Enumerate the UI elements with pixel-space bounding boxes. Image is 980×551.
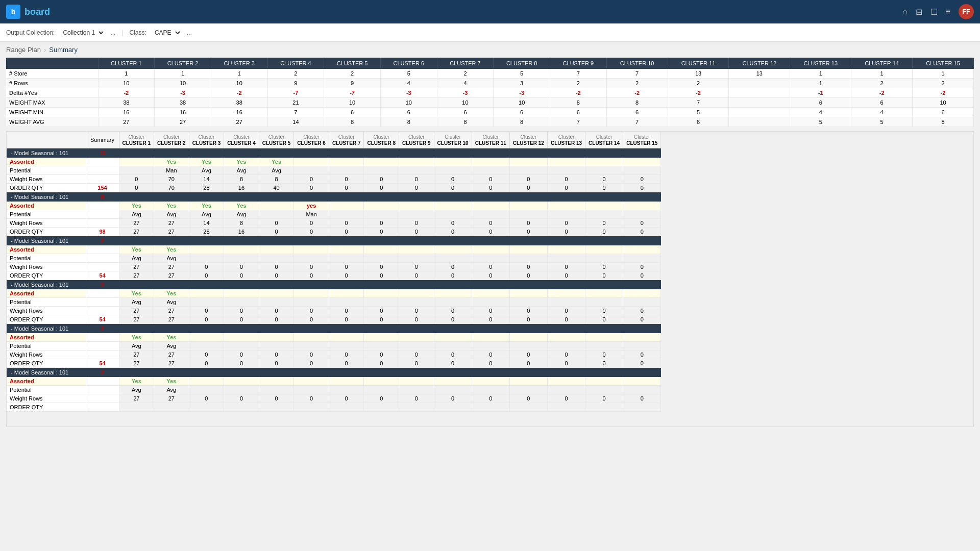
summary-cell-1: 1 xyxy=(155,69,211,79)
summary-cell-10: 13 xyxy=(668,69,729,79)
data-cell-10 xyxy=(472,342,509,350)
data-cell-7 xyxy=(364,210,399,219)
cluster-col-13: ClusterCLUSTER 13 xyxy=(547,132,585,148)
group-header-cell-14 xyxy=(623,324,661,334)
data-cell-11: 0 xyxy=(509,394,547,403)
data-cell-9: 0 xyxy=(434,350,472,359)
data-cell-6 xyxy=(329,210,364,219)
topbar-left: b board xyxy=(6,5,50,19)
menu-icon[interactable]: ≡ xyxy=(946,7,950,16)
data-cell-7: 0 xyxy=(364,359,399,368)
data-cell-9 xyxy=(434,333,472,342)
group-header-cell-11 xyxy=(509,280,547,290)
data-cell-2: Avg xyxy=(189,210,224,219)
data-cell-4 xyxy=(259,333,294,342)
data-cell-10 xyxy=(472,403,509,412)
collection-dots[interactable]: ... xyxy=(110,29,115,36)
group-summary-val: 10 xyxy=(86,148,119,158)
class-select[interactable]: CAPE xyxy=(151,28,182,38)
data-cell-6: 0 xyxy=(329,263,364,271)
group-header-cell-4 xyxy=(259,324,294,334)
data-cell-12 xyxy=(547,298,585,307)
data-cell-12: 0 xyxy=(547,359,585,368)
data-cell-9 xyxy=(434,166,472,175)
summary-cell-4: 9 xyxy=(324,79,381,88)
summary-row-label: WEIGHT MIN xyxy=(6,108,98,117)
data-cell-4: 0 xyxy=(259,315,294,324)
data-cell-6: 0 xyxy=(329,359,364,368)
data-cell-4: 0 xyxy=(259,350,294,359)
group-header-cell-8 xyxy=(399,324,434,334)
group-header-cell-2 xyxy=(189,280,224,290)
group-header-cell-5 xyxy=(294,148,329,158)
chat-icon[interactable]: ☐ xyxy=(930,7,938,17)
data-cell-12: 0 xyxy=(547,219,585,228)
data-cell-13: 0 xyxy=(585,394,623,403)
summary-cell-12: 6 xyxy=(790,98,851,108)
data-cell-5: 0 xyxy=(294,184,329,192)
main-grid: Summary ClusterCLUSTER 1ClusterCLUSTER 2… xyxy=(7,132,661,412)
data-cell-5 xyxy=(294,298,329,307)
group-summary-val: 2 xyxy=(86,324,119,334)
data-cell-3: 16 xyxy=(224,228,259,236)
data-cell-10: 0 xyxy=(472,184,509,192)
data-cell-12: 0 xyxy=(547,394,585,403)
cluster-col-3: ClusterCLUSTER 3 xyxy=(189,132,224,148)
summary-cell-5: -3 xyxy=(380,88,437,98)
data-cell-6: 0 xyxy=(329,394,364,403)
data-cell-11 xyxy=(509,158,547,166)
data-cell-14: 0 xyxy=(623,219,661,228)
home-icon[interactable]: ⌂ xyxy=(902,7,908,16)
data-cell-13: 0 xyxy=(585,350,623,359)
summary-cell-5: 8 xyxy=(380,117,437,127)
group-header-cell-1 xyxy=(154,236,189,246)
data-row-label: ORDER QTY xyxy=(7,403,86,412)
summary-cell-3: 9 xyxy=(267,79,324,88)
cluster-header-11: CLUSTER 11 xyxy=(668,58,729,69)
data-cell-6 xyxy=(329,333,364,342)
class-dots[interactable]: ... xyxy=(187,29,192,36)
data-cell-13 xyxy=(585,298,623,307)
data-cell-3: 0 xyxy=(224,263,259,271)
cluster-col-6: ClusterCLUSTER 6 xyxy=(294,132,329,148)
data-row-label: Potential xyxy=(7,166,86,175)
data-row: PotentialAvgAvg xyxy=(7,254,661,263)
summary-cell-7: 5 xyxy=(494,69,550,79)
data-cell-9: 0 xyxy=(434,359,472,368)
data-cell-12 xyxy=(547,245,585,254)
data-cell-7 xyxy=(364,254,399,263)
data-row-label: Weight Rows xyxy=(7,175,86,184)
data-row: PotentialAvgAvgAvgAvgMan xyxy=(7,210,661,219)
group-header-label: - Model Seasonal : 101 xyxy=(7,236,86,246)
data-cell-14 xyxy=(623,333,661,342)
data-cell-7 xyxy=(364,333,399,342)
data-cell-11 xyxy=(509,166,547,175)
summary-cell-5: 4 xyxy=(380,79,437,88)
data-cell-13 xyxy=(585,377,623,386)
user-avatar[interactable]: FF xyxy=(959,4,974,19)
data-cell-5: 0 xyxy=(294,219,329,228)
data-row: ORDER QTY5427270000000000000 xyxy=(7,271,661,280)
main-grid-wrap[interactable]: Summary ClusterCLUSTER 1ClusterCLUSTER 2… xyxy=(6,131,974,427)
cluster-col-1: ClusterCLUSTER 1 xyxy=(119,132,154,148)
summary-row-label: # Store xyxy=(6,69,98,79)
print-icon[interactable]: ⊟ xyxy=(916,7,922,17)
summary-cell-13: 5 xyxy=(851,117,913,127)
summary-cell xyxy=(86,394,119,403)
data-row-label: Weight Rows xyxy=(7,394,86,403)
summary-cell-3: 7 xyxy=(267,108,324,117)
data-cell-4 xyxy=(259,254,294,263)
data-cell-12: 0 xyxy=(547,350,585,359)
summary-cell-9: 8 xyxy=(606,98,668,108)
data-row-label: Potential xyxy=(7,298,86,307)
collection-select[interactable]: Collection 1 xyxy=(59,28,105,38)
group-header-cell-3 xyxy=(224,148,259,158)
data-cell-1: Yes xyxy=(154,158,189,166)
data-cell-14 xyxy=(623,158,661,166)
data-row: ORDER QTY5427270000000000000 xyxy=(7,359,661,368)
summary-cell-12: 1 xyxy=(790,79,851,88)
breadcrumb-range-plan[interactable]: Range Plan xyxy=(6,46,41,54)
group-summary-val: 2 xyxy=(86,236,119,246)
data-cell-9: 0 xyxy=(434,263,472,271)
data-cell-13 xyxy=(585,210,623,219)
